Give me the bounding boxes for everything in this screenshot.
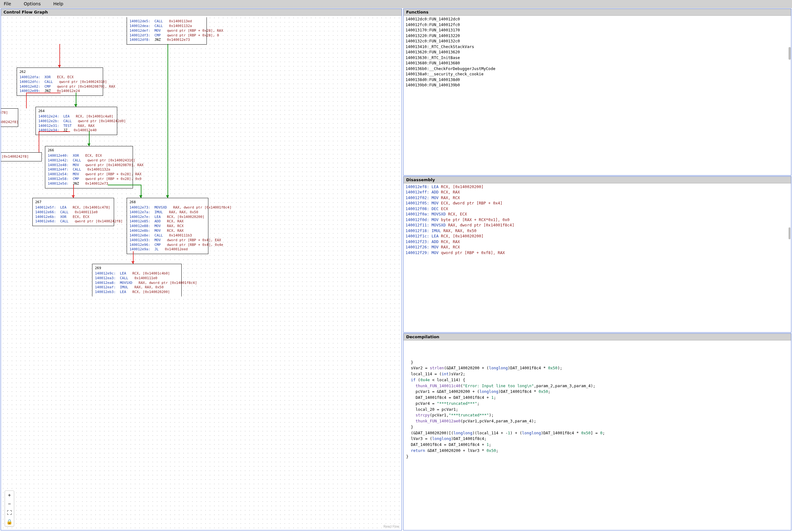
cfg-node-262[interactable]: 262 140012dfa: XOR ECX, ECX140012dfc: CA… (17, 68, 103, 96)
function-row[interactable]: 140012fc0:FUN_140012fc0 (405, 22, 789, 27)
function-row[interactable]: 140013680:FUN_140013680 (405, 60, 789, 66)
decomp-line: } (406, 424, 789, 430)
decomp-line: return &DAT_140020200 + lVar3 * 0x50; (406, 448, 789, 454)
decomp-line: (&DAT_140020200)[(longlong)(local_114 + … (406, 430, 789, 436)
cfg-node-269[interactable]: 269 140012e9c: LEA RCX, [0x14001c4b0]140… (92, 264, 182, 297)
function-row[interactable]: 1400132c0:FUN_1400132c0 (405, 38, 789, 44)
disasm-row: 140012f05: MOV ECX, dword ptr [RBP + 0x4… (405, 201, 789, 206)
cfg-node-268[interactable]: 268 140012e73: MOVSXD RAX, dword ptr [0x… (127, 198, 208, 254)
lock-button[interactable]: 🔒 (5, 517, 14, 526)
function-row[interactable]: 1400138d0:FUN_1400138d0 (405, 77, 789, 82)
cfg-node-266[interactable]: 266 140012e40: XOR ECX, ECX140012e42: CA… (45, 146, 133, 188)
decomp-line: thunk_FUN_140012ae0(pcVar1,pcVar4,param_… (406, 418, 789, 424)
decomp-line: } (406, 454, 789, 460)
disasm-row: 140012f26: MOV RAX, RCX (405, 244, 789, 250)
decomp-panel: Decompilation } sVar2 = strlen(&DAT_1400… (403, 333, 791, 530)
disasm-row: 140012f11: MOVSXD RAX, dword ptr [0x1400… (405, 222, 789, 228)
function-row[interactable]: 1400138a0:__security_check_cookie (405, 71, 789, 77)
decomp-line: if (0x4e < local_114) { (406, 377, 789, 383)
functions-panel: Functions 140012dc0:FUN_140012dc0 140012… (403, 8, 791, 175)
cfg-panel: Control Flow Graph 140012de5: CALL 0x140… (1, 8, 402, 530)
decomp-line: pcVar1 = &DAT_140020200 + (longlong)DAT_… (406, 389, 789, 395)
menu-options[interactable]: Options (23, 1, 40, 6)
function-row[interactable]: 140013630:_RTC_InitBase (405, 55, 789, 61)
zoom-in-button[interactable]: + (5, 491, 14, 500)
function-row[interactable]: 1400136b0:__CheckForDebuggerJustMyCode (405, 66, 789, 72)
decomp-title: Decompilation (404, 334, 791, 340)
cfg-node-partial-left-2[interactable]: r [0x1400242f8] (1, 152, 42, 162)
decomp-line: DAT_14001f8c4 = DAT_14001f8c4 + 1; (406, 442, 789, 448)
functions-list[interactable]: 140012dc0:FUN_140012dc0 140012fc0:FUN_14… (404, 16, 791, 175)
decomp-line: local_20 = pcVar1; (406, 407, 789, 413)
decomp-line: lVar3 = (longlong)DAT_14001f8c4; (406, 436, 789, 442)
disasm-row: 140012f18: IMUL RAX, RAX, 0x50 (405, 228, 789, 234)
function-row[interactable]: 140013620:FUN_140013620 (405, 49, 789, 55)
disasm-panel: Disassembly 140012ef8: LEA RCX, [0x14002… (403, 176, 791, 333)
disasm-row: 140012f0a: MOVSXD RCX, ECX (405, 211, 789, 217)
reactflow-attribution: React Flow (383, 525, 399, 528)
menu-help[interactable]: Help (53, 1, 63, 6)
disasm-list[interactable]: 140012ef8: LEA RCX, [0x140020200]140012e… (404, 184, 791, 332)
decomp-line: } (406, 360, 789, 365)
function-row[interactable]: 1400139b0:FUN_1400139b0 (405, 82, 789, 88)
cfg-node-267[interactable]: 267 140012e5f: LEA RCX, [0x14001c478]140… (32, 198, 114, 226)
cfg-node-264[interactable]: 264 140012e24: LEA RCX, [0x14001c4a0]140… (36, 107, 117, 135)
decomp-code[interactable]: } sVar2 = strlen(&DAT_140020200 + (longl… (404, 340, 791, 461)
decomp-line: local_114 = (int)sVar2; (406, 371, 789, 377)
function-row[interactable]: 140013170:FUN_140013170 (405, 27, 789, 33)
zoom-out-button[interactable]: − (5, 500, 14, 509)
decomp-line: sVar2 = strlen(&DAT_140020200 + (longlon… (406, 365, 789, 371)
disasm-row: 140012f02: MOV RAX, RCX (405, 195, 789, 201)
disasm-title: Disassembly (404, 176, 791, 184)
disasm-row: 140012f0d: MOV byte ptr [RAX + RCX*0x1],… (405, 217, 789, 223)
cfg-title: Control Flow Graph (1, 9, 402, 16)
cfg-canvas[interactable]: 140012de5: CALL 0x1400113ed140012dea: CA… (1, 16, 402, 530)
function-row[interactable]: 140012dc0:FUN_140012dc0 (405, 16, 789, 22)
menu-file[interactable]: File (4, 1, 11, 6)
menubar: File Options Help (0, 0, 792, 8)
function-row[interactable]: 140013220:FUN_140013220 (405, 33, 789, 39)
disasm-row: 140012eff: ADD RCX, RAX (405, 189, 789, 195)
disasm-row: 140012ef8: LEA RCX, [0x140020200] (405, 184, 789, 190)
cfg-controls: + − ⛶ 🔒 (5, 491, 14, 526)
function-row[interactable]: 140013410:_RTC_CheckStackVars (405, 44, 789, 50)
disasm-row: 140012f1c: LEA RCX, [0x140020200] (405, 233, 789, 239)
decomp-line: DAT_14001f8c4 = DAT_14001f8c4 + 1; (406, 395, 789, 401)
disasm-row: 140012f23: ADD RCX, RAX (405, 239, 789, 245)
functions-title: Functions (404, 9, 791, 16)
decomp-line: pcVar4 = "***truncated***"; (406, 401, 789, 407)
disasm-row: 140012f08: DEC ECX (405, 206, 789, 212)
decomp-line: thunk_FUN_140011c40("Error: Input line t… (406, 383, 789, 389)
disasm-row: 140012f29: MOV qword ptr [RBP + 0xf8], R… (405, 250, 789, 255)
cfg-node-top[interactable]: 140012de5: CALL 0x1400113ed140012dea: CA… (127, 17, 207, 44)
decomp-line: strcpy(pcVar1,"***truncated***"); (406, 412, 789, 418)
fit-view-button[interactable]: ⛶ (5, 509, 14, 517)
cfg-node-partial-left-1[interactable]: c478] 1400242f8] (1, 108, 18, 127)
